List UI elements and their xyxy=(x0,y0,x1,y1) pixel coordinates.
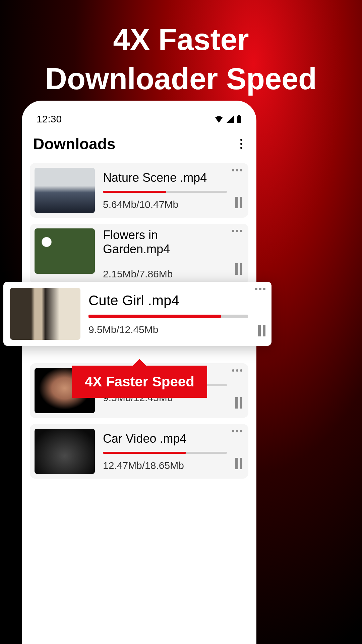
file-title: Nature Scene .mp4 xyxy=(103,171,227,185)
progress-bar xyxy=(88,315,248,318)
battery-icon xyxy=(237,115,242,123)
file-title: Cute Girl .mp4 xyxy=(88,292,248,309)
status-bar: 12:30 xyxy=(30,111,248,131)
download-item[interactable]: Flowers in Garden.mp4 2.15Mb/7.86Mb xyxy=(30,224,248,284)
progress-bar xyxy=(103,191,227,193)
file-size: 2.15Mb/7.86Mb xyxy=(103,268,227,280)
thumbnail xyxy=(10,288,80,340)
speed-badge-text: 4X Faster Speed xyxy=(85,374,194,389)
download-item[interactable]: Car Video .mp4 12.47Mb/18.65Mb xyxy=(30,424,248,479)
progress-fill xyxy=(103,452,186,454)
thumbnail xyxy=(35,168,95,213)
item-menu-button[interactable] xyxy=(232,369,242,372)
hero-line2: Downloader Speed xyxy=(45,62,317,96)
file-title: Car Video .mp4 xyxy=(103,432,227,446)
page-title: Downloads xyxy=(33,135,115,153)
file-size: 9.5Mb/12.45Mb xyxy=(88,324,248,335)
file-size: 5.64Mb/10.47Mb xyxy=(103,199,227,210)
pause-button[interactable] xyxy=(258,325,265,336)
download-item[interactable]: Nature Scene .mp4 5.64Mb/10.47Mb xyxy=(30,163,248,218)
item-menu-button[interactable] xyxy=(232,169,242,171)
wifi-icon xyxy=(214,115,224,123)
card-content: Flowers in Garden.mp4 2.15Mb/7.86Mb xyxy=(103,228,244,279)
progress-fill xyxy=(88,315,221,318)
pause-button[interactable] xyxy=(235,458,242,469)
hero-line1: 4X Faster xyxy=(113,23,249,56)
card-content: Cute Girl .mp4 9.5Mb/12.45Mb xyxy=(88,288,265,340)
svg-rect-1 xyxy=(238,115,240,116)
item-menu-button[interactable] xyxy=(232,230,242,232)
item-menu-button[interactable] xyxy=(232,430,242,432)
signal-icon xyxy=(226,115,234,123)
file-title: Flowers in Garden.mp4 xyxy=(103,228,227,256)
progress-fill xyxy=(103,191,166,193)
more-options-button[interactable] xyxy=(238,136,245,152)
hero-title: 4X Faster Downloader Speed xyxy=(0,0,362,112)
file-size: 12.47Mb/18.65Mb xyxy=(103,460,227,471)
status-time: 12:30 xyxy=(37,113,62,125)
pause-button[interactable] xyxy=(235,197,242,208)
svg-rect-0 xyxy=(237,116,241,123)
item-menu-button[interactable] xyxy=(255,288,265,290)
status-icons xyxy=(214,115,242,123)
thumbnail xyxy=(35,429,95,474)
speed-badge: 4X Faster Speed xyxy=(72,366,207,398)
pause-button[interactable] xyxy=(235,397,242,409)
app-header: Downloads xyxy=(30,131,248,163)
thumbnail xyxy=(35,228,95,274)
progress-bar xyxy=(103,452,227,454)
card-content: Nature Scene .mp4 5.64Mb/10.47Mb xyxy=(103,168,244,213)
download-item-highlighted[interactable]: Cute Girl .mp4 9.5Mb/12.45Mb xyxy=(3,282,272,346)
card-content: Car Video .mp4 12.47Mb/18.65Mb xyxy=(103,429,244,474)
pause-button[interactable] xyxy=(235,263,242,275)
